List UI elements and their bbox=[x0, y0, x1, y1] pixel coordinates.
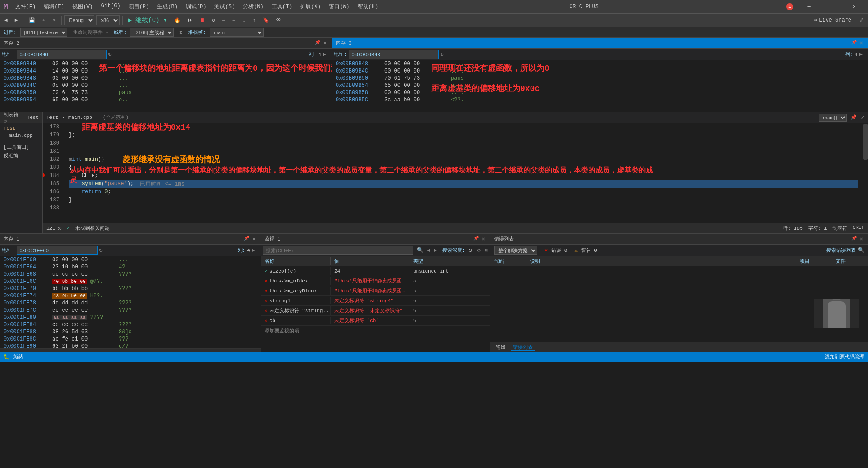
watch-expand-btn[interactable]: ⊞ bbox=[485, 247, 488, 254]
memory1-refresh-btn[interactable]: ↻ bbox=[99, 247, 103, 254]
forward-button[interactable]: ▶ bbox=[12, 16, 21, 24]
error-list-pin[interactable]: 📌 bbox=[850, 236, 858, 242]
editor-scrollbar[interactable] bbox=[862, 123, 868, 223]
memory1-addr-input[interactable] bbox=[17, 246, 98, 255]
watch-search-input[interactable] bbox=[263, 246, 413, 255]
tab-symbol[interactable]: 制表符 ⚙ bbox=[4, 111, 23, 124]
continue-button[interactable]: ▶ 继续(C) ▾ bbox=[126, 15, 170, 25]
menu-extensions[interactable]: 扩展(X) bbox=[297, 2, 324, 11]
editor-expand-btn[interactable]: ⤢ bbox=[860, 114, 864, 120]
menu-analyze[interactable]: 分析(N) bbox=[239, 2, 267, 11]
memory2-close[interactable]: ✕ bbox=[322, 40, 328, 46]
live-share-button[interactable]: ⇒ Live Share bbox=[810, 16, 855, 24]
source-control-btn[interactable]: 添加到源代码管理 bbox=[825, 354, 864, 360]
memory3-close[interactable]: ✕ bbox=[859, 40, 864, 46]
memory3-pin[interactable]: 📌 bbox=[850, 40, 858, 46]
menu-view[interactable]: 视图(V) bbox=[69, 2, 97, 11]
breakpoint-184[interactable] bbox=[43, 173, 45, 177]
menu-help[interactable]: 帮助(H) bbox=[354, 2, 382, 11]
restart-button[interactable]: ↺ bbox=[209, 16, 218, 24]
memory1-close[interactable]: ✕ bbox=[251, 236, 257, 242]
output-tab[interactable]: 输出 bbox=[494, 344, 508, 350]
stop-button[interactable]: ⏹ bbox=[197, 16, 207, 24]
line-num-183: 183 bbox=[46, 164, 61, 172]
memory3-addr-input[interactable] bbox=[349, 50, 439, 59]
stack-selector[interactable]: main bbox=[210, 28, 264, 37]
encoding-info: CRLF bbox=[853, 225, 864, 232]
memory2-addr-input[interactable] bbox=[17, 50, 107, 59]
error-scope-dropdown[interactable]: 整个解决方案 bbox=[494, 246, 537, 255]
scrollbar-thumb[interactable] bbox=[863, 124, 868, 160]
watch-search-icon[interactable]: 🔍 bbox=[417, 247, 423, 254]
minimize-button[interactable]: — bbox=[799, 0, 819, 14]
thread-selector[interactable]: [2168] 主线程 bbox=[130, 28, 174, 37]
watch-refresh-4[interactable]: ↻ bbox=[413, 298, 416, 304]
error-search-icon[interactable]: 🔍 bbox=[858, 247, 864, 254]
memory1-pin[interactable]: 📌 bbox=[243, 236, 250, 242]
process-selector[interactable]: [8116] Test.exe bbox=[20, 28, 67, 37]
watch-refresh-5[interactable]: ↻ bbox=[413, 308, 416, 314]
memory2-pin[interactable]: 📌 bbox=[314, 40, 321, 46]
watch1-close[interactable]: ✕ bbox=[481, 236, 486, 242]
menu-edit[interactable]: 编辑(E) bbox=[40, 2, 68, 11]
tab-test[interactable]: Test bbox=[27, 115, 39, 120]
sidebar-item-disassemble[interactable]: 反汇编 bbox=[4, 151, 39, 160]
back-button[interactable]: ◀ bbox=[2, 16, 10, 24]
bookmark-button[interactable]: 🔖 bbox=[260, 16, 272, 24]
sidebar-item-test[interactable]: Test bbox=[4, 125, 39, 132]
lifecycle-dropdown[interactable]: 生命周期事件 ▾ bbox=[71, 29, 110, 36]
debug-config-dropdown[interactable]: Debug bbox=[64, 15, 94, 25]
watch-nav-next[interactable]: ▶ bbox=[434, 247, 437, 254]
thread-filter-icon[interactable]: ⧗ bbox=[177, 30, 184, 35]
hot-reload-button[interactable]: 🔥 bbox=[171, 16, 183, 24]
memory1-scroll-right[interactable]: ▶ bbox=[252, 247, 255, 254]
tab-info: 制表符 bbox=[832, 225, 847, 232]
menu-project[interactable]: 项目(P) bbox=[125, 2, 153, 11]
editor-area: 制表符 ⚙ Test Test main.cpp [工具窗口] 反汇编 Test… bbox=[0, 112, 868, 234]
watch-options-btn[interactable]: ⚙ bbox=[477, 247, 481, 254]
error-list-close[interactable]: ✕ bbox=[859, 236, 864, 242]
watch-refresh-6[interactable]: ↻ bbox=[413, 318, 416, 323]
menu-file[interactable]: 文件(F) bbox=[12, 2, 40, 11]
step-over-button[interactable]: ⏭ bbox=[185, 16, 195, 24]
watch-refresh-2[interactable]: ↻ bbox=[413, 278, 416, 284]
line-num-182: 182 bbox=[46, 155, 61, 164]
menu-test[interactable]: 测试(S) bbox=[211, 2, 238, 11]
function-selector[interactable]: main() bbox=[819, 114, 847, 122]
memory1-scrollbar[interactable] bbox=[0, 348, 261, 352]
error-list-tab[interactable]: 错误列表 bbox=[511, 344, 535, 351]
menu-build[interactable]: 生成(B) bbox=[153, 2, 181, 11]
step-forward-button[interactable]: → bbox=[220, 17, 228, 24]
memory2-refresh-btn[interactable]: ↻ bbox=[108, 51, 112, 58]
memory3-refresh-btn[interactable]: ↻ bbox=[441, 51, 444, 58]
redo-button[interactable]: ↪ bbox=[50, 16, 58, 24]
error-icon: ✕ bbox=[544, 247, 548, 254]
notification-badge[interactable]: 1 bbox=[786, 3, 793, 10]
step-into-button[interactable]: ↓ bbox=[240, 17, 248, 24]
watch1-pin[interactable]: 📌 bbox=[472, 236, 480, 242]
memory2-scroll-right[interactable]: ▶ bbox=[323, 51, 326, 58]
add-watch-btn[interactable]: 添加要监视的项 bbox=[261, 326, 490, 336]
editor-pin-btn[interactable]: 📌 bbox=[850, 114, 857, 120]
save-all-button[interactable]: 💾 bbox=[26, 16, 38, 24]
watch-refresh-3[interactable]: ↻ bbox=[413, 288, 416, 294]
menu-window[interactable]: 窗口(W) bbox=[325, 2, 353, 11]
undo-button[interactable]: ↩ bbox=[40, 16, 48, 24]
close-button[interactable]: ✕ bbox=[844, 0, 864, 14]
expand-button[interactable]: ⤢ bbox=[857, 16, 866, 24]
watch-cell-value-2: "this"只能用于非静态成员函数内部 bbox=[331, 277, 409, 285]
zoom-level[interactable]: 121 % bbox=[46, 226, 61, 231]
maximize-button[interactable]: □ bbox=[821, 0, 842, 14]
step-back-button[interactable]: ← bbox=[230, 17, 238, 24]
menu-tools[interactable]: 工具(T) bbox=[268, 2, 296, 11]
sidebar-item-maincpp[interactable]: main.cpp bbox=[4, 132, 39, 139]
step-out-button[interactable]: ↑ bbox=[250, 17, 259, 24]
menu-debug[interactable]: 调试(D) bbox=[182, 2, 210, 11]
watch-nav-prev[interactable]: ◀ bbox=[427, 247, 430, 254]
memory3-scroll-right[interactable]: ▶ bbox=[859, 51, 863, 58]
watch-button[interactable]: 👁 bbox=[274, 16, 284, 24]
platform-dropdown[interactable]: x86 bbox=[96, 15, 120, 25]
process-bar: 进程: [8116] Test.exe 生命周期事件 ▾ 线程: [2168] … bbox=[0, 27, 868, 38]
sidebar-item-tools[interactable]: [工具窗口] bbox=[4, 143, 39, 151]
menu-git[interactable]: Git(G) bbox=[97, 2, 124, 11]
